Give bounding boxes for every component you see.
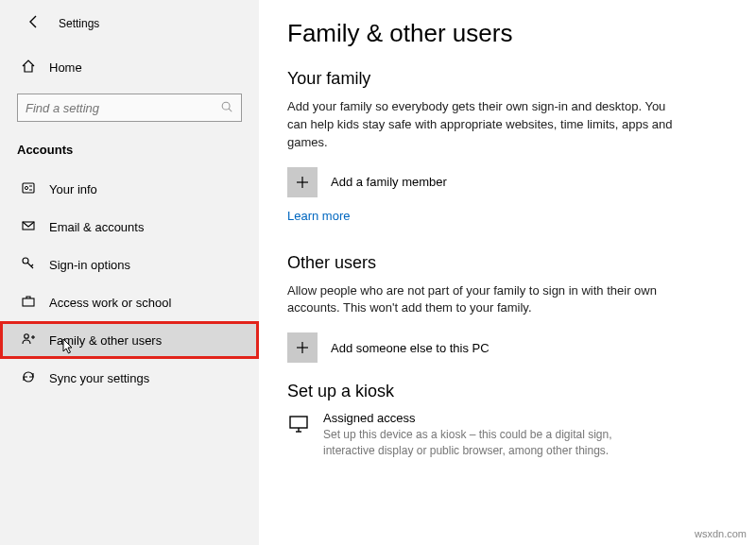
other-users-body: Allow people who are not part of your fa… (287, 282, 684, 318)
svg-point-3 (25, 186, 27, 189)
sidebar-item-access-work-school[interactable]: Access work or school (0, 283, 259, 321)
sync-icon (21, 369, 36, 387)
sidebar-item-family-other-users[interactable]: Family & other users (0, 321, 259, 359)
key-icon (21, 256, 36, 274)
add-family-member-button[interactable]: Add a family member (287, 167, 728, 197)
person-badge-icon (21, 180, 36, 198)
sidebar-item-label: Access work or school (49, 296, 171, 310)
home-icon (21, 59, 36, 77)
sidebar-item-label: Sign-in options (49, 258, 130, 272)
home-button[interactable]: Home (0, 49, 259, 86)
sidebar-item-label: Your info (49, 182, 97, 196)
add-family-label: Add a family member (331, 175, 447, 189)
svg-point-0 (222, 102, 230, 110)
plus-icon (287, 332, 318, 363)
add-other-user-button[interactable]: Add someone else to this PC (287, 332, 728, 363)
search-icon (220, 100, 233, 116)
search-input[interactable] (26, 101, 220, 115)
sidebar-item-email-accounts[interactable]: Email & accounts (0, 208, 259, 246)
back-icon[interactable] (26, 14, 42, 32)
monitor-icon (287, 411, 310, 459)
sidebar-item-sync-settings[interactable]: Sync your settings (0, 359, 259, 397)
sidebar-item-your-info[interactable]: Your info (0, 170, 259, 208)
sidebar-item-signin-options[interactable]: Sign-in options (0, 246, 259, 283)
other-users-heading: Other users (287, 253, 728, 273)
sidebar-item-label: Email & accounts (49, 220, 144, 234)
svg-point-9 (25, 333, 29, 338)
category-heading: Accounts (0, 135, 259, 170)
search-box[interactable] (17, 94, 242, 122)
page-title: Family & other users (287, 19, 728, 48)
mail-icon (21, 218, 36, 236)
svg-rect-16 (290, 417, 307, 428)
people-icon (21, 332, 36, 349)
app-title: Settings (59, 17, 99, 30)
briefcase-icon (21, 294, 36, 312)
sidebar-item-label: Sync your settings (49, 371, 149, 385)
your-family-heading: Your family (287, 69, 728, 89)
assigned-access-title: Assigned access (323, 411, 663, 425)
kiosk-heading: Set up a kiosk (287, 382, 728, 401)
home-label: Home (49, 60, 82, 75)
watermark: wsxdn.com (695, 528, 747, 539)
assigned-access-sub: Set up this device as a kiosk – this cou… (323, 427, 663, 459)
svg-rect-8 (23, 298, 34, 306)
learn-more-link[interactable]: Learn more (287, 209, 350, 223)
plus-icon (287, 167, 318, 197)
sidebar-item-label: Family & other users (49, 333, 162, 348)
add-other-label: Add someone else to this PC (331, 341, 490, 355)
assigned-access-button[interactable]: Assigned access Set up this device as a … (287, 411, 728, 459)
your-family-body: Add your family so everybody gets their … (287, 98, 684, 152)
svg-line-1 (229, 109, 232, 111)
